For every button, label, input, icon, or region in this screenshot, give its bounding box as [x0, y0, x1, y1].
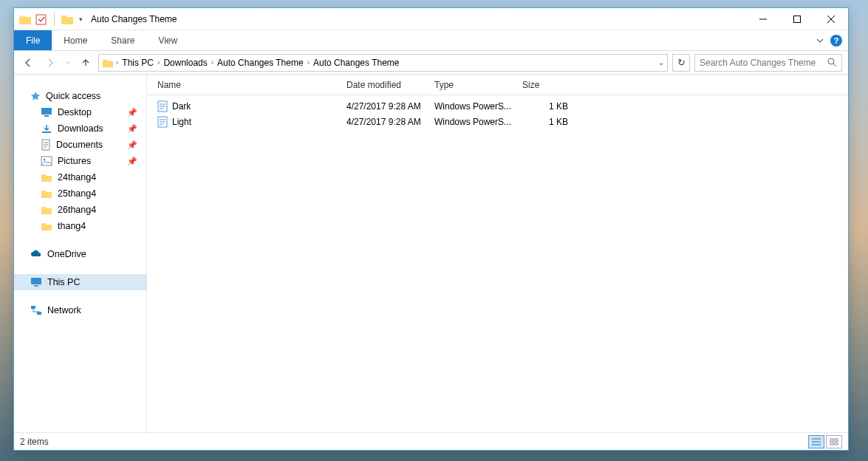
pin-icon: 📌: [127, 157, 137, 166]
svg-rect-15: [830, 439, 833, 441]
tab-home[interactable]: Home: [52, 30, 99, 50]
file-name: Dark: [172, 101, 191, 112]
titlebar[interactable]: ▾ Auto Changes Theme: [14, 8, 848, 30]
monitor-icon: [30, 277, 42, 287]
folder-icon: [102, 58, 114, 68]
tree-item[interactable]: Downloads📌: [14, 120, 146, 137]
search-icon[interactable]: [827, 58, 837, 67]
folder-icon: [18, 13, 32, 25]
file-pane[interactable]: Name Date modified Type Size Dark4/27/20…: [147, 75, 848, 432]
pictures-icon: [41, 156, 52, 166]
column-date[interactable]: Date modified: [346, 80, 434, 90]
status-count: 2 items: [20, 437, 49, 447]
separator: [54, 13, 55, 26]
columns-header[interactable]: Name Date modified Type Size: [147, 75, 848, 95]
file-row[interactable]: Dark4/27/2017 9:28 AMWindows PowerS...1 …: [147, 98, 848, 114]
folder-icon: [41, 205, 52, 215]
column-size[interactable]: Size: [522, 80, 581, 90]
pin-icon: 📌: [127, 140, 137, 150]
tree-item-label: 25thang4: [58, 188, 96, 199]
address-dropdown-icon[interactable]: ⌄: [658, 58, 664, 66]
tree-this-pc[interactable]: This PC: [14, 274, 146, 290]
explorer-window: ▾ Auto Changes Theme File Home Share Vie…: [13, 7, 849, 451]
up-button[interactable]: [78, 55, 94, 71]
back-button[interactable]: [20, 55, 36, 71]
breadcrumb-item[interactable]: Auto Changes Theme: [216, 58, 305, 68]
svg-point-2: [828, 58, 834, 64]
tree-item-label: Pictures: [58, 156, 91, 166]
tree-item[interactable]: 25thang4: [14, 185, 146, 202]
content-area: Quick access Desktop📌Downloads📌Documents…: [14, 75, 848, 432]
address-bar[interactable]: › This PC › Downloads › Auto Changes The…: [98, 54, 668, 72]
quick-access-toolbar: ▾: [18, 13, 85, 26]
svg-rect-0: [36, 15, 46, 24]
maximize-button[interactable]: [780, 8, 814, 30]
documents-icon: [41, 139, 51, 151]
tree-item[interactable]: Pictures📌: [14, 153, 146, 169]
tree-item-label: 24thang4: [58, 172, 96, 182]
help-icon[interactable]: ?: [830, 35, 842, 47]
breadcrumb-item[interactable]: This PC: [120, 58, 155, 68]
chevron-right-icon[interactable]: ›: [305, 58, 312, 66]
file-type: Windows PowerS...: [434, 117, 522, 127]
column-type[interactable]: Type: [434, 80, 522, 90]
folder-icon: [35, 13, 48, 25]
svg-rect-5: [42, 132, 51, 133]
status-bar: 2 items: [14, 432, 848, 450]
svg-point-8: [44, 159, 46, 161]
svg-rect-10: [34, 285, 38, 287]
script-icon: [157, 116, 168, 128]
network-icon: [30, 305, 42, 315]
tree-network[interactable]: Network: [14, 302, 146, 318]
search-box[interactable]: [694, 54, 842, 72]
svg-rect-11: [31, 306, 35, 309]
tree-item-label: Downloads: [58, 123, 103, 134]
file-size: 1 KB: [522, 117, 581, 127]
folder-icon: [41, 221, 52, 231]
pin-icon: 📌: [127, 124, 137, 134]
ribbon-expand-icon[interactable]: [816, 36, 824, 45]
svg-rect-16: [835, 439, 838, 441]
details-view-toggle[interactable]: [808, 435, 824, 448]
file-row[interactable]: Light4/27/2017 9:28 AMWindows PowerS...1…: [147, 114, 848, 129]
script-icon: [157, 100, 168, 112]
tree-item[interactable]: 26thang4: [14, 202, 146, 218]
tree-item[interactable]: 24thang4: [14, 169, 146, 185]
forward-button[interactable]: [42, 55, 58, 71]
svg-rect-17: [830, 443, 833, 445]
tree-item[interactable]: Desktop📌: [14, 104, 146, 120]
chevron-right-icon[interactable]: ›: [209, 58, 216, 66]
svg-rect-3: [41, 108, 52, 115]
recent-dropdown-icon[interactable]: [64, 55, 72, 71]
tab-file[interactable]: File: [14, 30, 52, 50]
downloads-icon: [41, 123, 52, 134]
tree-item[interactable]: thang4: [14, 218, 146, 234]
file-size: 1 KB: [522, 101, 581, 112]
refresh-button[interactable]: ↻: [672, 54, 690, 72]
svg-rect-4: [44, 115, 49, 117]
folder-icon: [61, 13, 74, 25]
breadcrumb-item[interactable]: Downloads: [162, 58, 208, 68]
tab-view[interactable]: View: [146, 30, 189, 50]
tree-item[interactable]: Documents📌: [14, 137, 146, 153]
chevron-right-icon[interactable]: ›: [155, 58, 162, 66]
minimize-button[interactable]: [746, 8, 780, 30]
svg-rect-9: [31, 278, 41, 284]
tab-share[interactable]: Share: [99, 30, 146, 50]
file-name: Light: [172, 117, 191, 127]
ribbon-tabs: File Home Share View ?: [14, 30, 848, 51]
chevron-right-icon[interactable]: ›: [114, 58, 120, 66]
navigation-pane[interactable]: Quick access Desktop📌Downloads📌Documents…: [14, 75, 147, 432]
svg-rect-12: [37, 312, 41, 315]
tree-quick-access[interactable]: Quick access: [14, 88, 146, 104]
tree-onedrive[interactable]: OneDrive: [14, 246, 146, 262]
breadcrumb-item[interactable]: Auto Changes Theme: [312, 58, 401, 68]
file-date: 4/27/2017 9:28 AM: [346, 117, 434, 127]
large-icons-view-toggle[interactable]: [826, 435, 842, 448]
qat-dropdown-icon[interactable]: ▾: [77, 16, 85, 23]
search-input[interactable]: [700, 58, 818, 68]
column-name[interactable]: Name: [157, 80, 346, 90]
tree-item-label: 26thang4: [58, 205, 96, 215]
cloud-icon: [30, 250, 42, 259]
close-button[interactable]: [814, 8, 848, 30]
